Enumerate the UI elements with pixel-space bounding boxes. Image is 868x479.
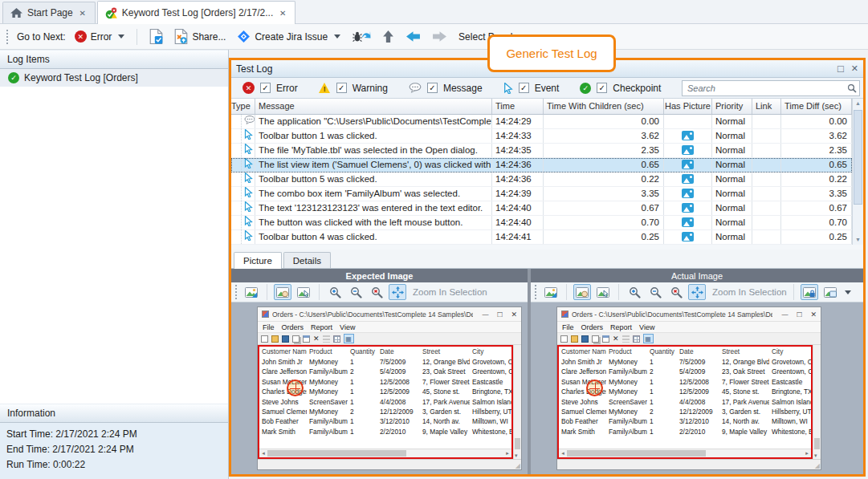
zoom-in-button[interactable]	[326, 284, 344, 300]
actual-image-toolbar: Zoom In Selection	[531, 282, 863, 302]
log-time-diff: 3.62	[781, 129, 852, 143]
log-time: 14:24:29	[492, 115, 544, 128]
open-in-new-window-button[interactable]	[542, 284, 560, 300]
tree-gutter	[231, 173, 242, 186]
toolbar-drag-handle[interactable]	[235, 285, 238, 299]
create-jira-issue-button[interactable]: Create Jira Issue	[234, 28, 343, 45]
search-input[interactable]	[682, 80, 860, 96]
toolbar-separator	[137, 29, 137, 45]
chevron-down-icon[interactable]	[334, 35, 340, 39]
error-checkbox[interactable]	[260, 83, 271, 93]
column-header-type[interactable]: Type	[231, 99, 255, 114]
maximize-panel-icon[interactable]	[837, 63, 844, 75]
grid-icon	[333, 335, 340, 343]
post-defect-button[interactable]	[349, 28, 373, 45]
go-to-next-error-button[interactable]: Error	[72, 29, 128, 44]
log-row[interactable]: Toolbar button 4 was clicked. 14:24:41 0…	[231, 230, 852, 245]
log-time-with-children: 0.00	[544, 115, 664, 128]
checkpoint-checkbox[interactable]	[597, 83, 607, 93]
share-results-button[interactable]: Share...	[172, 27, 228, 46]
event-cursor-icon	[244, 216, 253, 229]
go-back-button[interactable]	[403, 29, 423, 44]
scroll-down-icon[interactable]: ▼	[853, 235, 863, 245]
compare-view-button[interactable]	[821, 284, 839, 300]
toolbar-drag-handle[interactable]	[535, 285, 537, 299]
log-row[interactable]: The application "C:\Users\Public\Documen…	[231, 115, 852, 129]
tab-start-page[interactable]: Start Page	[2, 2, 96, 23]
column-header-time[interactable]: Time	[492, 99, 544, 114]
log-row[interactable]: The text '123123123123' was entered in t…	[231, 201, 852, 216]
chevron-down-icon[interactable]	[118, 35, 124, 39]
zoom-in-selection-button[interactable]	[389, 284, 406, 300]
checkpoint-icon	[580, 83, 591, 94]
pan-hand-icon	[276, 287, 289, 298]
select-tool-button[interactable]	[295, 284, 312, 300]
go-up-one-level-button[interactable]	[380, 28, 397, 45]
log-row[interactable]: The button was clicked with the left mou…	[231, 216, 852, 230]
orders-col-customer: Customer Name	[559, 347, 606, 357]
scroll-up-icon[interactable]: ▲	[853, 99, 863, 108]
event-checkbox[interactable]	[519, 83, 529, 93]
zoom-reset-button[interactable]	[368, 284, 385, 300]
toolbar-drag-handle[interactable]	[6, 30, 9, 44]
zoom-in-button[interactable]	[626, 284, 643, 300]
log-row[interactable]: The list view item ('Samuel Clemens', 0)…	[231, 158, 852, 173]
log-time-with-children: 0.70	[544, 216, 664, 229]
export-results-button[interactable]	[147, 27, 165, 46]
pan-tool-button[interactable]	[573, 284, 591, 300]
tab-details[interactable]: Details	[283, 252, 331, 268]
close-tab-icon[interactable]	[278, 9, 287, 18]
open-icon	[271, 335, 279, 343]
zoom-out-button[interactable]	[347, 284, 365, 300]
expected-image-viewer[interactable]: Orders - C:\Users\Public\Documents\TestC…	[231, 302, 528, 474]
vertical-scrollbar[interactable]: ▲ ▼	[852, 99, 863, 245]
log-row[interactable]: Toolbar button 1 was clicked. 14:24:33 3…	[231, 129, 852, 144]
click-marker	[586, 380, 603, 396]
column-header-priority[interactable]: Priority	[712, 99, 752, 114]
column-header-link[interactable]: Link	[752, 99, 781, 114]
column-header-has-picture[interactable]: Has Picture	[664, 99, 712, 114]
open-in-new-window-button[interactable]	[242, 284, 260, 300]
zoom-out-button[interactable]	[646, 284, 664, 300]
scrollbar-thumb[interactable]	[854, 110, 862, 205]
zoom-reset-button[interactable]	[667, 284, 685, 300]
expected-image-pane: Expected Image Zoom In Selection	[231, 269, 528, 474]
actual-image-pane: Actual Image Zoom In Selection	[531, 269, 863, 474]
orders-window-title: Orders - C:\Users\Public\Documents\TestC…	[572, 311, 772, 319]
close-tab-icon[interactable]	[78, 9, 88, 18]
tab-picture[interactable]: Picture	[234, 252, 282, 269]
select-tool-button[interactable]	[594, 284, 612, 300]
pan-tool-button[interactable]	[274, 284, 291, 300]
log-priority: Normal	[712, 187, 752, 201]
error-icon	[242, 82, 255, 94]
log-time-diff: 2.35	[781, 144, 852, 157]
tree-item-label: Keyword Test Log [Orders]	[24, 72, 138, 83]
column-header-time-with-children[interactable]: Time With Children (sec)	[544, 99, 664, 114]
zoom-in-selection-button[interactable]	[688, 284, 706, 300]
go-forward-button[interactable]	[430, 29, 450, 44]
picture-export-icon	[245, 287, 258, 298]
tab-keyword-test-log[interactable]: Keyword Test Log [Orders] 2/17/2...	[97, 1, 296, 24]
expected-image-toolbar: Zoom In Selection	[231, 282, 528, 302]
lock-view-button[interactable]	[801, 284, 818, 300]
orders-toolbar	[557, 332, 821, 345]
has-picture-icon	[682, 217, 694, 227]
orders-menu-item: Orders	[282, 323, 304, 331]
log-row[interactable]: The combo box item 'FamilyAlbum' was sel…	[231, 187, 852, 201]
log-message: Toolbar button 1 was clicked.	[255, 129, 492, 143]
event-cursor-icon	[244, 201, 253, 215]
close-panel-icon[interactable]	[851, 63, 858, 74]
column-header-message[interactable]: Message	[255, 99, 492, 114]
filter-event: Event	[503, 83, 560, 94]
column-header-time-diff[interactable]: Time Diff (sec)	[781, 99, 852, 114]
tree-item-keyword-test-log[interactable]: Keyword Test Log [Orders]	[0, 69, 228, 87]
log-row[interactable]: Toolbar button 5 was clicked. 14:24:36 0…	[231, 173, 852, 187]
actual-image-viewer[interactable]: Orders - C:\Users\Public\Documents\TestC…	[531, 302, 863, 474]
tree-gutter	[231, 144, 242, 157]
chevron-down-icon[interactable]	[845, 290, 851, 294]
warning-checkbox[interactable]	[336, 83, 347, 93]
orders-grid: Customer Name Product Quantity Date Stre…	[258, 345, 513, 459]
message-checkbox[interactable]	[427, 83, 438, 93]
log-row[interactable]: The file 'MyTable.tbl' was selected in t…	[231, 144, 852, 158]
log-time: 14:24:40	[492, 216, 544, 229]
